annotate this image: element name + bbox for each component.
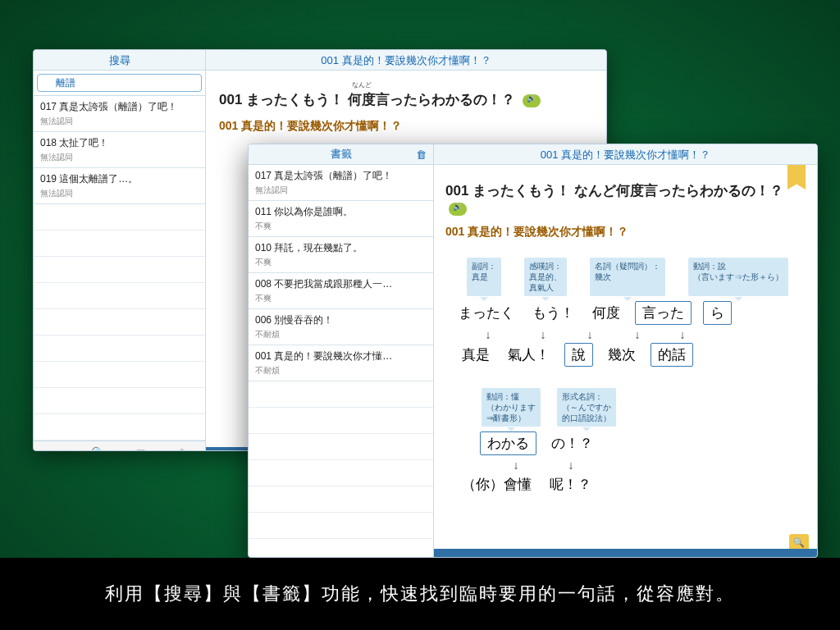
arrow-down-icon bbox=[670, 328, 695, 341]
word: ら bbox=[703, 301, 732, 325]
tab-search[interactable]: 🔍搜尋 bbox=[76, 441, 119, 451]
arrow-down-icon bbox=[523, 328, 564, 341]
tabbar: ≣目錄 🔍搜尋 ▢書籤 ✎筆記 bbox=[34, 441, 205, 451]
translation: （你）會懂 bbox=[459, 473, 535, 495]
grammar-label: 名詞（疑問詞）： 幾次 bbox=[590, 258, 665, 296]
word: 何度 bbox=[589, 302, 623, 324]
caption: 利用【搜尋】與【書籤】功能，快速找到臨時要用的一句話，從容應對。 bbox=[0, 558, 840, 630]
list-item[interactable]: 018 太扯了吧！ 無法認同 bbox=[34, 132, 205, 168]
sidebar-search: 017 真是太誇張（離譜）了吧！ 無法認同 018 太扯了吧！ 無法認同 019… bbox=[34, 71, 206, 451]
translation: 幾次 bbox=[605, 344, 639, 366]
arrow-down-icon bbox=[550, 459, 591, 472]
search-input[interactable] bbox=[37, 74, 202, 92]
grammar-label: 感嘆詞： 真是的、 真氣人 bbox=[524, 258, 567, 296]
trash-icon[interactable]: 🗑 bbox=[416, 148, 427, 161]
bottom-toolbar bbox=[434, 549, 817, 557]
arrow-down-icon bbox=[465, 328, 511, 341]
word: わかる bbox=[480, 431, 536, 455]
sentence-chinese: 001 真是的！要說幾次你才懂啊！？ bbox=[219, 119, 593, 134]
titlebar: 搜尋 001 真是的！要說幾次你才懂啊！？ bbox=[34, 50, 606, 71]
word: まったく bbox=[455, 302, 518, 324]
note-icon: ✎ bbox=[179, 446, 189, 452]
arrow-down-icon bbox=[616, 328, 659, 341]
sentence-japanese: 001 まったくもう！ なんど何度言ったらわかるの！？ bbox=[219, 90, 593, 109]
tab-notes[interactable]: ✎筆記 bbox=[162, 441, 205, 451]
word: 言った bbox=[635, 301, 692, 325]
tab-bookmarks[interactable]: ▢書籤 bbox=[120, 441, 162, 451]
grammar-label: 副詞： 真是 bbox=[467, 258, 501, 296]
list-item[interactable]: 017 真是太誇張（離譜）了吧！ 無法認同 bbox=[34, 96, 205, 132]
translation: 氣人！ bbox=[504, 344, 553, 366]
word: の！？ bbox=[548, 432, 596, 454]
window-bookmarks: 書籤 🗑 001 真是的！要說幾次你才懂啊！？ 017 真是太誇張（離譜）了吧！… bbox=[248, 144, 818, 558]
list-item[interactable]: 017 真是太誇張（離譜）了吧！無法認同 bbox=[249, 165, 433, 201]
arrow-down-icon bbox=[493, 459, 539, 472]
sidebar-title: 書籤 🗑 bbox=[249, 144, 434, 164]
tab-toc[interactable]: ≣目錄 bbox=[34, 441, 76, 451]
page-title: 001 真是的！要說幾次你才懂啊！？ bbox=[206, 50, 606, 70]
titlebar: 書籤 🗑 001 真是的！要說幾次你才懂啊！？ bbox=[249, 144, 817, 165]
grammar-label: 動詞：懂 （わかります ⇒辭書形） bbox=[482, 388, 541, 427]
translation: 呢！？ bbox=[546, 473, 595, 495]
translation: 真是 bbox=[459, 344, 493, 366]
grammar-label: 動詞：說 （言います⇒た形＋ら） bbox=[688, 258, 788, 296]
sentence-chinese: 001 真是的！要說幾次你才懂啊！？ bbox=[445, 225, 806, 240]
book-icon: ▢ bbox=[135, 446, 146, 452]
sentence-japanese: 001 まったくもう！ なんど何度言ったらわかるの！？ bbox=[445, 181, 806, 217]
translation: 的話 bbox=[651, 343, 693, 367]
list-item[interactable]: 008 不要把我當成跟那種人一…不爽 bbox=[249, 273, 433, 309]
zoom-icon[interactable]: 🔍 bbox=[789, 534, 809, 550]
list-item[interactable]: 001 真是的！要說幾次你才懂…不耐煩 bbox=[249, 345, 433, 381]
list-item[interactable]: 019 這個太離譜了…。 無法認同 bbox=[34, 168, 205, 204]
list-icon: ≣ bbox=[50, 446, 60, 452]
grammar-diagram: 副詞： 真是 感嘆詞： 真是的、 真氣人 名詞（疑問詞）： 幾次 動詞：說 （言… bbox=[445, 258, 806, 495]
page-title: 001 真是的！要說幾次你才懂啊！？ bbox=[434, 144, 817, 164]
audio-icon[interactable] bbox=[523, 94, 541, 107]
sidebar-bookmarks: 017 真是太誇張（離譜）了吧！無法認同 011 你以為你是誰啊。不爽 010 … bbox=[249, 165, 434, 557]
grammar-label: 形式名詞： （～んですか 的口語說法） bbox=[557, 388, 616, 427]
sidebar-title: 搜尋 bbox=[34, 50, 206, 70]
audio-icon[interactable] bbox=[449, 203, 467, 216]
list-item[interactable]: 010 拜託，現在幾點了。不爽 bbox=[249, 237, 433, 273]
content-pane: 001 まったくもう！ なんど何度言ったらわかるの！？ 001 真是的！要說幾次… bbox=[434, 165, 817, 557]
search-icon: 🔍 bbox=[91, 446, 105, 452]
translation: 說 bbox=[564, 343, 593, 367]
arrow-down-icon bbox=[575, 328, 605, 341]
list-item[interactable]: 006 別慢吞吞的！不耐煩 bbox=[249, 309, 433, 345]
list-item[interactable]: 011 你以為你是誰啊。不爽 bbox=[249, 201, 433, 237]
word: もう！ bbox=[529, 302, 578, 324]
